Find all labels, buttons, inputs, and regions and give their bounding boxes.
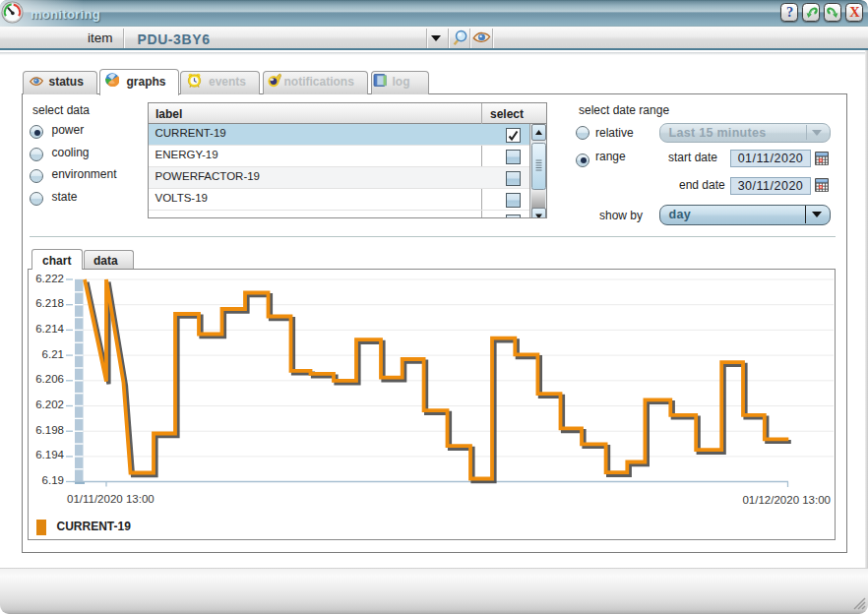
- svg-text:6.206: 6.206: [35, 373, 64, 385]
- svg-text:6.21: 6.21: [42, 348, 64, 360]
- svg-text:01/12/2020 13:00: 01/12/2020 13:00: [742, 494, 831, 506]
- svg-text:01/11/2020 13:00: 01/11/2020 13:00: [67, 493, 155, 505]
- svg-text:X: X: [849, 4, 860, 20]
- svg-text:6.19: 6.19: [42, 474, 64, 486]
- svg-text:?: ?: [785, 4, 792, 20]
- svg-text:6.202: 6.202: [35, 399, 64, 410]
- svg-text:6.222: 6.222: [35, 273, 64, 284]
- svg-text:6.214: 6.214: [35, 323, 64, 335]
- svg-text:6.194: 6.194: [35, 449, 64, 460]
- svg-text:6.198: 6.198: [35, 424, 64, 436]
- svg-text:6.218: 6.218: [35, 297, 64, 309]
